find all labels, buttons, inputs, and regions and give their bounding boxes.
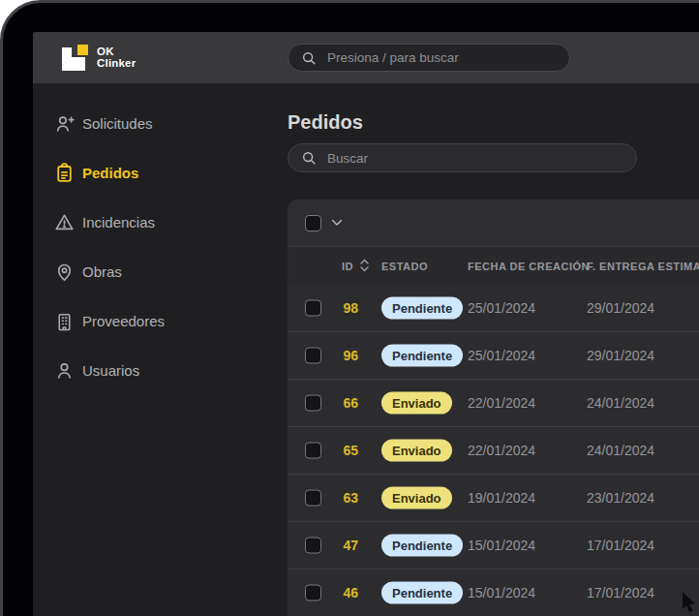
topbar: OK Clinker xyxy=(33,32,699,83)
select-all-checkbox[interactable] xyxy=(305,215,321,231)
table-body: 98 Pendiente 25/01/2024 29/01/2024 96 Pe… xyxy=(288,285,699,616)
row-fecha-creacion: 22/01/2024 xyxy=(468,443,535,458)
row-id[interactable]: 47 xyxy=(317,538,358,553)
screenshot-stage: OK Clinker xyxy=(0,0,699,616)
status-badge: Enviado xyxy=(381,392,452,415)
status-badge: Pendiente xyxy=(381,535,463,557)
column-header-entrega-estimada: F. ENTREGA ESTIMADA xyxy=(587,261,699,272)
chevron-down-icon[interactable] xyxy=(331,219,343,227)
sidebar-item-label: Proveedores xyxy=(82,313,165,329)
row-entrega-estimada: 24/01/2024 xyxy=(587,443,654,458)
table-search-input[interactable] xyxy=(325,150,636,167)
map-pin-icon xyxy=(53,262,75,283)
logo-mark-icon xyxy=(62,45,88,71)
status-badge: Pendiente xyxy=(381,297,463,320)
row-fecha-creacion: 22/01/2024 xyxy=(468,395,535,411)
sidebar-item-label: Pedidos xyxy=(82,165,138,181)
sidebar-item-obras[interactable]: Obras xyxy=(33,247,288,296)
status-badge: Pendiente xyxy=(381,582,463,604)
main-content: Pedidos ID xyxy=(288,83,699,616)
clipboard-icon xyxy=(53,163,75,184)
row-entrega-estimada: 29/01/2024 xyxy=(587,300,654,316)
table-header: ID ESTADO FECHA DE CREACIÓN F. ENTREGA E… xyxy=(288,247,699,285)
status-badge: Enviado xyxy=(381,440,452,462)
sort-icon[interactable] xyxy=(359,259,370,274)
sidebar-item-label: Obras xyxy=(82,263,122,280)
table-row[interactable]: 98 Pendiente 25/01/2024 29/01/2024 xyxy=(288,285,699,331)
table-row[interactable]: 63 Enviado 19/01/2024 23/01/2024 xyxy=(288,474,699,521)
search-icon xyxy=(301,150,317,166)
sidebar-item-usuarios[interactable]: Usuarios xyxy=(33,346,288,395)
brand-name: OK Clinker xyxy=(97,46,136,69)
status-badge: Enviado xyxy=(381,487,452,509)
search-icon xyxy=(301,50,317,66)
column-header-id: ID xyxy=(317,261,353,272)
sidebar-item-label: Solicitudes xyxy=(82,115,153,132)
warning-triangle-icon xyxy=(53,212,75,233)
row-fecha-creacion: 25/01/2024 xyxy=(468,348,535,363)
table-row[interactable]: 46 Pendiente 15/01/2024 17/01/2024 xyxy=(288,569,699,616)
building-icon xyxy=(53,311,75,332)
mouse-cursor xyxy=(682,592,699,616)
row-entrega-estimada: 17/01/2024 xyxy=(587,585,654,601)
status-badge: Pendiente xyxy=(381,345,463,367)
sidebar-item-proveedores[interactable]: Proveedores xyxy=(33,296,288,346)
table-row[interactable]: 47 Pendiente 15/01/2024 17/01/2024 xyxy=(288,521,699,569)
sidebar-item-incidencias[interactable]: Incidencias xyxy=(33,198,288,247)
row-id[interactable]: 96 xyxy=(317,348,358,363)
table-search[interactable] xyxy=(288,143,637,172)
brand-logo: OK Clinker xyxy=(62,45,136,71)
row-id[interactable]: 63 xyxy=(317,490,358,506)
global-search[interactable] xyxy=(288,44,570,72)
row-entrega-estimada: 29/01/2024 xyxy=(587,348,654,363)
column-header-estado: ESTADO xyxy=(381,261,428,272)
row-fecha-creacion: 25/01/2024 xyxy=(468,300,535,316)
row-id[interactable]: 66 xyxy=(317,395,358,411)
row-fecha-creacion: 15/01/2024 xyxy=(468,538,535,553)
sidebar-item-pedidos[interactable]: Pedidos xyxy=(33,148,288,198)
row-id[interactable]: 65 xyxy=(317,443,358,458)
table-toolbar xyxy=(288,200,699,247)
row-entrega-estimada: 23/01/2024 xyxy=(587,490,654,506)
user-plus-icon xyxy=(53,113,75,135)
app-screen: OK Clinker xyxy=(33,32,699,616)
table-row[interactable]: 66 Enviado 22/01/2024 24/01/2024 xyxy=(288,379,699,426)
page-title: Pedidos xyxy=(288,111,699,133)
row-fecha-creacion: 19/01/2024 xyxy=(468,490,535,506)
user-icon xyxy=(53,360,75,382)
table-row[interactable]: 96 Pendiente 25/01/2024 29/01/2024 xyxy=(288,331,699,379)
table-row[interactable]: 65 Enviado 22/01/2024 24/01/2024 xyxy=(288,426,699,474)
row-id[interactable]: 46 xyxy=(317,585,358,601)
global-search-input[interactable] xyxy=(325,49,569,66)
column-header-fecha-creacion: FECHA DE CREACIÓN xyxy=(468,261,590,272)
row-id[interactable]: 98 xyxy=(317,300,358,316)
row-entrega-estimada: 17/01/2024 xyxy=(587,538,654,553)
sidebar: Solicitudes Pedidos xyxy=(33,83,288,616)
orders-card: ID ESTADO FECHA DE CREACIÓN F. ENTREGA E… xyxy=(288,200,699,616)
row-entrega-estimada: 24/01/2024 xyxy=(587,395,654,411)
sidebar-item-label: Usuarios xyxy=(82,362,139,379)
sidebar-item-label: Incidencias xyxy=(82,214,155,231)
row-fecha-creacion: 15/01/2024 xyxy=(468,585,535,601)
sidebar-item-solicitudes[interactable]: Solicitudes xyxy=(33,99,288,148)
